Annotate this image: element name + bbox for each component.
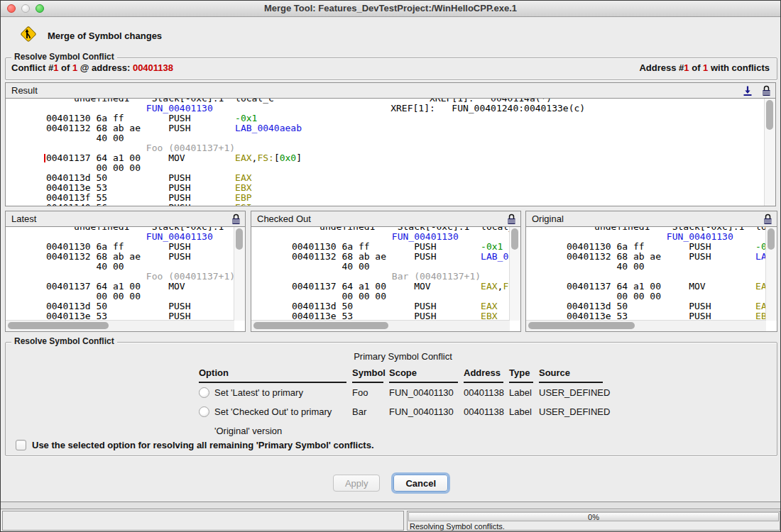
address-counter: Address #1 of 1 with conflicts (639, 62, 770, 73)
conflict-info-group: Resolve Symbol Conflict Conflict #1 of 1… (5, 57, 777, 80)
latest-horizontal-scrollbar[interactable] (6, 320, 234, 331)
use-for-all-checkbox[interactable] (16, 440, 26, 450)
scrollbar-thumb[interactable] (766, 100, 773, 130)
latest-listing[interactable]: undefined1 Stack[-0xc]:1 local_c FUN_004… (6, 227, 245, 331)
listing-line: 00401137 64 a1 00 MOV EAX,FS:[0x0] (13, 282, 234, 292)
footer-separator-bar (1, 501, 780, 509)
result-panel-header: Result (6, 83, 775, 99)
listing-line: Foo (00401137+1) (13, 143, 765, 153)
status-panel-right: 0% Resolving Symbol conflicts. (407, 511, 780, 531)
lock-icon[interactable] (761, 213, 774, 226)
listing-line: 00401137 64 a1 00 MOV EAX,FS:[0x0] (533, 282, 766, 292)
latest-panel: Latest undefined1 Stack[-0xc]:1 local_c (5, 211, 246, 332)
checked-out-panel-header: Checked Out (251, 211, 520, 227)
title-bar[interactable]: Merge Tool: Features_DevTestProject:/Win… (1, 1, 780, 17)
table-cell-type: Label (509, 402, 533, 421)
listing-line: 00 00 00 (258, 292, 510, 301)
listing-line: 00401132 68 ab ae PUSH LAB_0040aeab (533, 252, 766, 262)
latest-panel-title: Latest (11, 214, 36, 224)
checked-out-horizontal-scrollbar[interactable] (251, 320, 510, 331)
listing-line: 40 00 (13, 262, 234, 272)
original-panel-header: Original (526, 211, 777, 227)
latest-panel-header: Latest (6, 211, 245, 227)
lock-icon[interactable] (760, 84, 772, 97)
table-cell-address: 00401138 (464, 402, 503, 421)
original-version-label: 'Original' version (199, 421, 346, 440)
cancel-button[interactable]: Cancel (393, 475, 448, 492)
download-arrow-icon[interactable] (741, 84, 754, 97)
listing-line: 0040113d 50 PUSH EAX (13, 173, 765, 183)
scrollbar-thumb[interactable] (511, 228, 518, 250)
apply-button[interactable]: Apply (333, 475, 381, 492)
latest-vertical-scrollbar[interactable] (234, 227, 245, 321)
scrollbar-thumb[interactable] (768, 228, 775, 250)
scrollbar-thumb[interactable] (8, 322, 109, 329)
use-for-all-row[interactable]: Use the selected option for resolving al… (16, 440, 374, 450)
scrollbar-thumb[interactable] (253, 322, 388, 329)
merge-sign-icon (19, 25, 38, 46)
merge-tool-window: Merge Tool: Features_DevTestProject:/Win… (0, 0, 781, 532)
result-panel: Result (5, 82, 776, 206)
listing-line: FUN_00401130 XREF[1]: FUN_00401240:00401… (13, 104, 765, 113)
listing-line: 00401132 68 ab ae PUSH LAB_0040aeab (258, 252, 510, 262)
column-header-type: Type (509, 367, 533, 383)
result-listing[interactable]: undefined1 Stack[-0xc]:1 local_c XREF[1]… (6, 99, 775, 206)
result-vertical-scrollbar[interactable] (764, 99, 775, 206)
conflict-counter: Conflict #1 of 1 @ address: 00401138 (11, 62, 173, 73)
listing-line: 00 00 00 (13, 163, 765, 173)
listing-line: 00401140 56 PUSH ESI (13, 203, 765, 206)
table-cell-source: USER_DEFINED (539, 402, 603, 421)
progress-bar: 0% (408, 512, 779, 521)
listing-line: 40 00 (533, 262, 766, 272)
checked-out-panel: Checked Out undefined1 Stack[-0xc]:1 loc… (251, 211, 521, 332)
latest-radio-button[interactable] (199, 387, 209, 398)
column-header-scope: Scope (389, 367, 458, 383)
table-cell-symbol: Foo (352, 383, 383, 402)
status-panel-left (2, 511, 404, 531)
column-header-address: Address (464, 367, 503, 383)
listing-line: 40 00 (13, 133, 765, 143)
checked-out-radio-button[interactable] (199, 406, 209, 417)
listing-line: FUN_00401130 (533, 232, 766, 242)
original-listing[interactable]: undefined1 Stack[-0xc]:1 local_c FUN_004… (526, 227, 777, 331)
table-cell-address: 00401138 (464, 383, 503, 402)
listing-line: 00401130 6a ff PUSH -0x1 (13, 242, 234, 252)
listing-line: Bar (00401137+1) (258, 272, 510, 282)
scrollbar-thumb[interactable] (236, 228, 243, 250)
listing-line: 00401137 64 a1 00 MOV EAX,FS:[0x0] (13, 153, 765, 163)
checked-out-panel-title: Checked Out (257, 214, 311, 224)
listing-line: 0040113d 50 PUSH EAX (13, 301, 234, 311)
original-panel-title: Original (532, 214, 564, 224)
lock-icon[interactable] (505, 213, 518, 226)
listing-line: 00401137 64 a1 00 MOV EAX,FS:[0x0] (258, 282, 510, 292)
listing-line: 00 00 00 (533, 292, 766, 301)
conflict-table-title: Primary Symbol Conflict (199, 351, 607, 362)
table-cell-symbol: Bar (352, 402, 383, 421)
resolve-group-label: Resolve Symbol Conflict (11, 336, 117, 346)
table-cell-source: USER_DEFINED (539, 383, 603, 402)
scrollbar-thumb[interactable] (528, 322, 635, 329)
listing-line: 0040113d 50 PUSH EAX (258, 301, 510, 311)
checked-out-vertical-scrollbar[interactable] (509, 227, 520, 321)
original-vertical-scrollbar[interactable] (765, 227, 777, 321)
original-horizontal-scrollbar[interactable] (526, 320, 766, 331)
listing-cursor (44, 154, 45, 162)
option-checked-out-radio-row[interactable]: Set 'Checked Out' to primary (199, 402, 346, 421)
option-latest-radio-row[interactable]: Set 'Latest' to primary (199, 383, 346, 402)
table-cell-scope: FUN_00401130 (389, 383, 458, 402)
result-panel-title: Result (11, 85, 38, 96)
column-header-source: Source (539, 367, 603, 383)
listing-line: 00 00 00 (13, 292, 234, 301)
listing-line: 0040113d 50 PUSH EAX (533, 301, 766, 311)
merge-phase-title: Merge of Symbol changes (48, 31, 162, 41)
lock-icon[interactable] (229, 213, 242, 226)
listing-line: FUN_00401130 (258, 232, 510, 242)
column-header-option: Option (199, 367, 346, 383)
resolve-options-group: Resolve Symbol Conflict Primary Symbol C… (5, 342, 777, 456)
listing-line: 00401130 6a ff PUSH -0x1 (258, 242, 510, 252)
latest-radio-label: Set 'Latest' to primary (214, 387, 303, 398)
table-cell-type: Label (509, 383, 533, 402)
listing-line: 00401130 6a ff PUSH -0x1 (533, 242, 766, 252)
listing-line: 00401132 68 ab ae PUSH LAB_0040aeab (13, 123, 765, 133)
checked-out-listing[interactable]: undefined1 Stack[-0xc]:1 local_c FUN_004… (251, 227, 520, 331)
